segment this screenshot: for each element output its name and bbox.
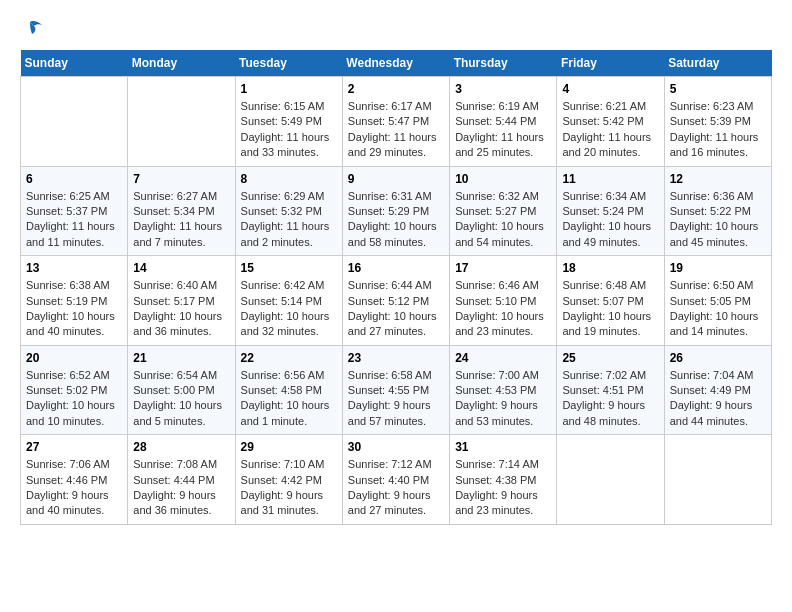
day-info: Sunrise: 7:08 AM Sunset: 4:44 PM Dayligh… <box>133 457 229 519</box>
day-cell: 26Sunrise: 7:04 AM Sunset: 4:49 PM Dayli… <box>664 345 771 435</box>
day-number: 22 <box>241 351 337 365</box>
day-cell: 10Sunrise: 6:32 AM Sunset: 5:27 PM Dayli… <box>450 166 557 256</box>
day-info: Sunrise: 6:15 AM Sunset: 5:49 PM Dayligh… <box>241 99 337 161</box>
weekday-header-saturday: Saturday <box>664 50 771 77</box>
day-cell: 23Sunrise: 6:58 AM Sunset: 4:55 PM Dayli… <box>342 345 449 435</box>
day-cell <box>557 435 664 525</box>
day-cell: 3Sunrise: 6:19 AM Sunset: 5:44 PM Daylig… <box>450 77 557 167</box>
day-cell: 11Sunrise: 6:34 AM Sunset: 5:24 PM Dayli… <box>557 166 664 256</box>
day-info: Sunrise: 6:19 AM Sunset: 5:44 PM Dayligh… <box>455 99 551 161</box>
day-number: 5 <box>670 82 766 96</box>
page-header <box>20 20 772 34</box>
day-info: Sunrise: 6:32 AM Sunset: 5:27 PM Dayligh… <box>455 189 551 251</box>
day-number: 13 <box>26 261 122 275</box>
day-cell <box>664 435 771 525</box>
day-info: Sunrise: 6:48 AM Sunset: 5:07 PM Dayligh… <box>562 278 658 340</box>
day-info: Sunrise: 6:31 AM Sunset: 5:29 PM Dayligh… <box>348 189 444 251</box>
day-cell: 25Sunrise: 7:02 AM Sunset: 4:51 PM Dayli… <box>557 345 664 435</box>
day-cell: 9Sunrise: 6:31 AM Sunset: 5:29 PM Daylig… <box>342 166 449 256</box>
day-cell <box>128 77 235 167</box>
day-number: 28 <box>133 440 229 454</box>
day-cell: 1Sunrise: 6:15 AM Sunset: 5:49 PM Daylig… <box>235 77 342 167</box>
day-number: 14 <box>133 261 229 275</box>
day-number: 8 <box>241 172 337 186</box>
day-info: Sunrise: 6:38 AM Sunset: 5:19 PM Dayligh… <box>26 278 122 340</box>
day-number: 19 <box>670 261 766 275</box>
day-info: Sunrise: 7:02 AM Sunset: 4:51 PM Dayligh… <box>562 368 658 430</box>
day-number: 23 <box>348 351 444 365</box>
day-number: 10 <box>455 172 551 186</box>
day-info: Sunrise: 6:36 AM Sunset: 5:22 PM Dayligh… <box>670 189 766 251</box>
calendar-table: SundayMondayTuesdayWednesdayThursdayFrid… <box>20 50 772 525</box>
weekday-header-wednesday: Wednesday <box>342 50 449 77</box>
day-cell: 22Sunrise: 6:56 AM Sunset: 4:58 PM Dayli… <box>235 345 342 435</box>
week-row-4: 20Sunrise: 6:52 AM Sunset: 5:02 PM Dayli… <box>21 345 772 435</box>
week-row-2: 6Sunrise: 6:25 AM Sunset: 5:37 PM Daylig… <box>21 166 772 256</box>
day-number: 6 <box>26 172 122 186</box>
day-cell: 19Sunrise: 6:50 AM Sunset: 5:05 PM Dayli… <box>664 256 771 346</box>
day-number: 15 <box>241 261 337 275</box>
day-cell: 7Sunrise: 6:27 AM Sunset: 5:34 PM Daylig… <box>128 166 235 256</box>
day-cell: 24Sunrise: 7:00 AM Sunset: 4:53 PM Dayli… <box>450 345 557 435</box>
day-number: 21 <box>133 351 229 365</box>
day-cell: 30Sunrise: 7:12 AM Sunset: 4:40 PM Dayli… <box>342 435 449 525</box>
day-cell: 12Sunrise: 6:36 AM Sunset: 5:22 PM Dayli… <box>664 166 771 256</box>
logo-bird-icon <box>22 20 44 38</box>
day-info: Sunrise: 6:23 AM Sunset: 5:39 PM Dayligh… <box>670 99 766 161</box>
week-row-3: 13Sunrise: 6:38 AM Sunset: 5:19 PM Dayli… <box>21 256 772 346</box>
day-info: Sunrise: 6:44 AM Sunset: 5:12 PM Dayligh… <box>348 278 444 340</box>
day-info: Sunrise: 7:12 AM Sunset: 4:40 PM Dayligh… <box>348 457 444 519</box>
weekday-header-monday: Monday <box>128 50 235 77</box>
day-number: 1 <box>241 82 337 96</box>
day-number: 20 <box>26 351 122 365</box>
day-cell: 18Sunrise: 6:48 AM Sunset: 5:07 PM Dayli… <box>557 256 664 346</box>
day-cell: 4Sunrise: 6:21 AM Sunset: 5:42 PM Daylig… <box>557 77 664 167</box>
day-info: Sunrise: 7:14 AM Sunset: 4:38 PM Dayligh… <box>455 457 551 519</box>
week-row-5: 27Sunrise: 7:06 AM Sunset: 4:46 PM Dayli… <box>21 435 772 525</box>
day-info: Sunrise: 6:52 AM Sunset: 5:02 PM Dayligh… <box>26 368 122 430</box>
day-number: 17 <box>455 261 551 275</box>
day-info: Sunrise: 6:17 AM Sunset: 5:47 PM Dayligh… <box>348 99 444 161</box>
day-cell: 27Sunrise: 7:06 AM Sunset: 4:46 PM Dayli… <box>21 435 128 525</box>
day-cell: 17Sunrise: 6:46 AM Sunset: 5:10 PM Dayli… <box>450 256 557 346</box>
day-info: Sunrise: 6:25 AM Sunset: 5:37 PM Dayligh… <box>26 189 122 251</box>
day-number: 4 <box>562 82 658 96</box>
logo <box>20 20 44 34</box>
day-info: Sunrise: 6:34 AM Sunset: 5:24 PM Dayligh… <box>562 189 658 251</box>
day-info: Sunrise: 6:29 AM Sunset: 5:32 PM Dayligh… <box>241 189 337 251</box>
day-cell: 5Sunrise: 6:23 AM Sunset: 5:39 PM Daylig… <box>664 77 771 167</box>
day-number: 3 <box>455 82 551 96</box>
day-number: 7 <box>133 172 229 186</box>
day-cell: 31Sunrise: 7:14 AM Sunset: 4:38 PM Dayli… <box>450 435 557 525</box>
day-info: Sunrise: 7:06 AM Sunset: 4:46 PM Dayligh… <box>26 457 122 519</box>
day-info: Sunrise: 6:46 AM Sunset: 5:10 PM Dayligh… <box>455 278 551 340</box>
day-cell: 21Sunrise: 6:54 AM Sunset: 5:00 PM Dayli… <box>128 345 235 435</box>
day-info: Sunrise: 6:27 AM Sunset: 5:34 PM Dayligh… <box>133 189 229 251</box>
day-number: 26 <box>670 351 766 365</box>
day-number: 12 <box>670 172 766 186</box>
day-cell: 13Sunrise: 6:38 AM Sunset: 5:19 PM Dayli… <box>21 256 128 346</box>
weekday-header-tuesday: Tuesday <box>235 50 342 77</box>
day-number: 9 <box>348 172 444 186</box>
day-cell: 8Sunrise: 6:29 AM Sunset: 5:32 PM Daylig… <box>235 166 342 256</box>
day-cell: 6Sunrise: 6:25 AM Sunset: 5:37 PM Daylig… <box>21 166 128 256</box>
day-cell: 2Sunrise: 6:17 AM Sunset: 5:47 PM Daylig… <box>342 77 449 167</box>
day-info: Sunrise: 6:40 AM Sunset: 5:17 PM Dayligh… <box>133 278 229 340</box>
day-number: 31 <box>455 440 551 454</box>
day-info: Sunrise: 6:50 AM Sunset: 5:05 PM Dayligh… <box>670 278 766 340</box>
day-number: 24 <box>455 351 551 365</box>
weekday-header-row: SundayMondayTuesdayWednesdayThursdayFrid… <box>21 50 772 77</box>
week-row-1: 1Sunrise: 6:15 AM Sunset: 5:49 PM Daylig… <box>21 77 772 167</box>
day-cell: 29Sunrise: 7:10 AM Sunset: 4:42 PM Dayli… <box>235 435 342 525</box>
day-info: Sunrise: 6:42 AM Sunset: 5:14 PM Dayligh… <box>241 278 337 340</box>
day-cell: 16Sunrise: 6:44 AM Sunset: 5:12 PM Dayli… <box>342 256 449 346</box>
day-number: 2 <box>348 82 444 96</box>
day-cell: 14Sunrise: 6:40 AM Sunset: 5:17 PM Dayli… <box>128 256 235 346</box>
day-info: Sunrise: 6:54 AM Sunset: 5:00 PM Dayligh… <box>133 368 229 430</box>
day-number: 30 <box>348 440 444 454</box>
day-cell: 20Sunrise: 6:52 AM Sunset: 5:02 PM Dayli… <box>21 345 128 435</box>
day-number: 25 <box>562 351 658 365</box>
weekday-header-sunday: Sunday <box>21 50 128 77</box>
day-number: 29 <box>241 440 337 454</box>
day-cell: 15Sunrise: 6:42 AM Sunset: 5:14 PM Dayli… <box>235 256 342 346</box>
